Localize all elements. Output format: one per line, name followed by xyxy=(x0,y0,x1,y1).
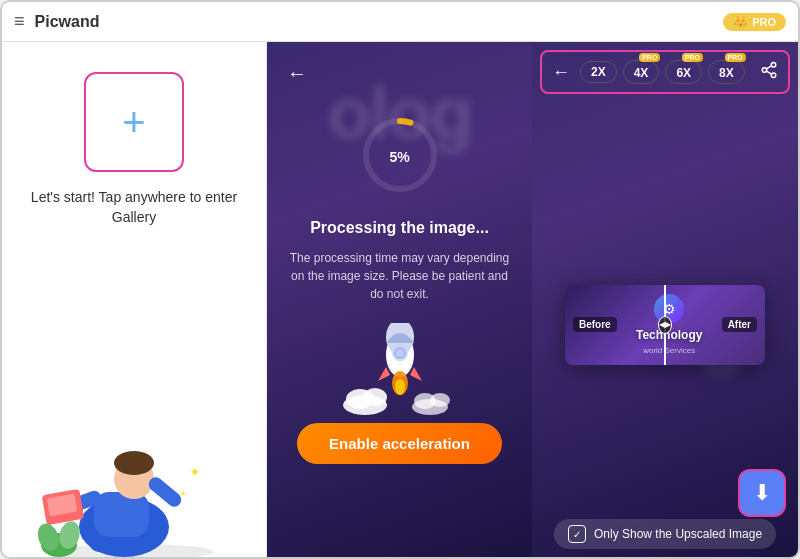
person-illustration: ✦ ✦ xyxy=(2,397,266,557)
download-button[interactable]: ⬇ xyxy=(738,469,786,517)
scale-6x-button[interactable]: 6X PRO xyxy=(665,60,702,84)
scale-options-bar: ← 2X 4X PRO 6X PRO 8X PRO xyxy=(540,50,790,94)
before-label: Before xyxy=(573,317,617,332)
middle-panel: ← olog 5% Proces xyxy=(267,42,532,557)
menu-icon[interactable]: ≡ xyxy=(14,11,25,32)
comparison-slider[interactable]: ◀▶ xyxy=(664,285,666,365)
svg-text:✦: ✦ xyxy=(179,488,187,499)
processing-description: The processing time may vary depending o… xyxy=(287,249,512,303)
right-panel: ← 2X 4X PRO 6X PRO 8X PRO xyxy=(532,42,798,557)
gallery-prompt-text: Let's start! Tap anywhere to enter Galle… xyxy=(22,188,246,227)
enable-acceleration-button[interactable]: Enable acceleration xyxy=(297,423,502,464)
progress-percent: 5% xyxy=(389,149,409,165)
progress-container: 5% xyxy=(360,115,440,199)
plus-icon: + xyxy=(122,102,145,142)
scale-4x-button[interactable]: 4X PRO xyxy=(623,60,660,84)
scale-8x-button[interactable]: 8X PRO xyxy=(708,60,745,84)
clouds-svg xyxy=(340,377,460,417)
processing-title: Processing the image... xyxy=(310,219,489,237)
scale-2x-button[interactable]: 2X xyxy=(580,61,617,83)
scale-4x-pro-tag: PRO xyxy=(639,53,660,62)
pro-badge: 👑 PRO xyxy=(723,13,786,31)
comparison-inner: Before ⚙ Technology world Services After… xyxy=(565,285,765,365)
svg-text:✦: ✦ xyxy=(189,464,201,480)
svg-line-34 xyxy=(766,66,771,69)
left-panel: + Let's start! Tap anywhere to enter Gal… xyxy=(2,42,267,557)
bottom-bar[interactable]: ✓ Only Show the Upscaled Image xyxy=(554,519,776,549)
illustration-svg: ✦ ✦ xyxy=(34,407,234,557)
svg-point-23 xyxy=(430,393,450,407)
scale-6x-pro-tag: PRO xyxy=(682,53,703,62)
scale-8x-pro-tag: PRO xyxy=(725,53,746,62)
after-label: After xyxy=(722,317,757,332)
right-back-button[interactable]: ← xyxy=(552,62,570,83)
slider-circle: ◀▶ xyxy=(658,316,672,334)
bottom-bar-text: Only Show the Upscaled Image xyxy=(594,527,762,541)
svg-rect-4 xyxy=(94,492,149,537)
checkbox-icon[interactable]: ✓ xyxy=(568,525,586,543)
pro-label: PRO xyxy=(752,16,776,28)
svg-line-33 xyxy=(766,71,771,74)
comparison-card: Before ⚙ Technology world Services After… xyxy=(565,285,765,365)
main-content: + Let's start! Tap anywhere to enter Gal… xyxy=(2,42,798,557)
svg-point-6 xyxy=(114,451,154,475)
download-icon: ⬇ xyxy=(753,480,771,506)
share-icon[interactable] xyxy=(760,61,778,83)
svg-point-27 xyxy=(396,349,404,357)
card-subtitle: world Services xyxy=(643,346,695,355)
app-title: Picwand xyxy=(35,13,724,31)
top-bar: ≡ Picwand 👑 PRO xyxy=(2,2,798,42)
svg-point-20 xyxy=(363,388,387,406)
add-photo-button[interactable]: + xyxy=(84,72,184,172)
app-container: ≡ Picwand 👑 PRO + Let's start! Tap anywh… xyxy=(0,0,800,559)
crown-icon: 👑 xyxy=(733,15,748,29)
